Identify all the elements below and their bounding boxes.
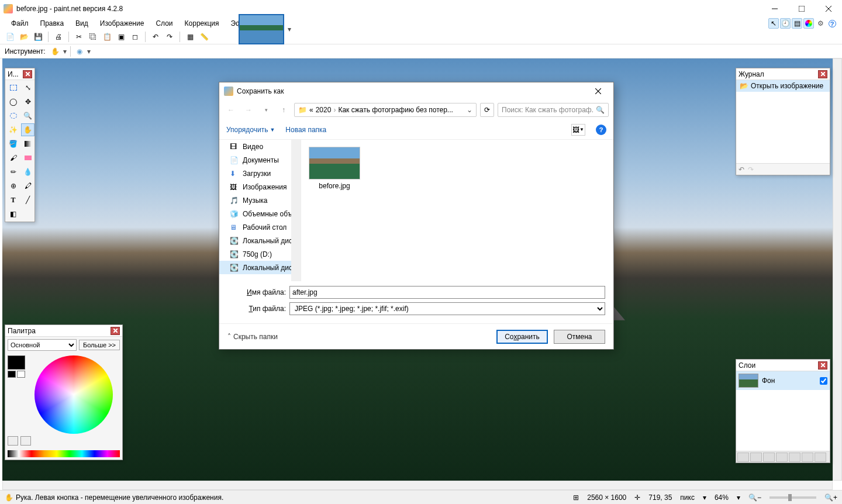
menu-edit[interactable]: Правка xyxy=(35,18,70,29)
zoom-out-icon[interactable]: 🔍− xyxy=(748,493,761,502)
copy-icon[interactable]: ⿻ xyxy=(88,32,98,42)
palette-mode-select[interactable]: Основной xyxy=(8,339,77,351)
breadcrumb-1[interactable]: 2020 xyxy=(316,106,332,114)
new-folder-button[interactable]: Новая папка xyxy=(285,126,326,134)
chevron-down-icon[interactable]: ▾ xyxy=(63,47,67,56)
tool-gradient[interactable] xyxy=(21,137,34,150)
filetype-select[interactable]: JPEG (*.jpg; *.jpeg; *.jpe; *.jfif; *.ex… xyxy=(289,302,605,315)
breadcrumb-prefix[interactable]: « xyxy=(309,106,313,114)
file-item[interactable]: before.jpg xyxy=(308,147,361,190)
settings-button[interactable]: ⚙ xyxy=(815,18,826,29)
organize-button[interactable]: Упорядочить ▼ xyxy=(226,126,275,134)
breadcrumb-2[interactable]: Как сжать фотографию без потер... xyxy=(338,106,453,114)
tool-zoom[interactable]: 🔍 xyxy=(21,109,34,122)
dialog-file-list[interactable]: before.jpg xyxy=(301,140,613,281)
layer-mode-icon[interactable]: ◉ xyxy=(74,46,85,57)
swap-white-swatch[interactable] xyxy=(17,371,25,378)
palette-more-button[interactable]: Больше >> xyxy=(79,340,120,350)
tool-ellipse-select[interactable] xyxy=(6,109,20,122)
sidebar-item-downloads[interactable]: ⬇Загрузки xyxy=(219,167,301,180)
layer-delete-button[interactable] xyxy=(750,453,762,462)
tool-text[interactable]: T xyxy=(6,194,20,206)
redo-icon[interactable]: ↷ xyxy=(748,165,754,174)
sidebar-item-localdisk-c[interactable]: 💽Локальный дис xyxy=(219,234,301,247)
tool-shapes[interactable]: ◧ xyxy=(6,208,20,220)
tool-wand[interactable]: ✨ xyxy=(6,123,20,136)
vertical-scrollbar[interactable] xyxy=(833,58,842,481)
tool-clone[interactable]: ⊕ xyxy=(6,179,20,192)
sidebar-item-pictures[interactable]: 🖼Изображения xyxy=(219,180,301,194)
tool-picker[interactable]: 💧 xyxy=(21,165,34,178)
chevron-down-icon[interactable]: ▾ xyxy=(737,493,740,502)
tools-close-button[interactable] xyxy=(23,70,32,78)
panel-toggle-layers[interactable]: ▤ xyxy=(792,18,802,29)
ruler-icon[interactable]: 📏 xyxy=(199,32,209,42)
deselect-icon[interactable]: ◻ xyxy=(130,32,140,42)
status-unit[interactable]: пикс xyxy=(680,493,695,502)
sidebar-item-localdisk[interactable]: 💽Локальный дис xyxy=(219,261,301,274)
document-thumbnail[interactable]: ▾ xyxy=(239,14,284,44)
nav-recent-button[interactable]: ▾ xyxy=(259,103,273,117)
layer-props-button[interactable] xyxy=(815,453,826,462)
nav-up-button[interactable]: ↑ xyxy=(277,103,291,117)
tool-pan[interactable]: ✋ xyxy=(21,123,34,136)
menu-file[interactable]: Файл xyxy=(6,18,34,29)
menu-image[interactable]: Изображение xyxy=(95,18,150,29)
layer-row[interactable]: Фон xyxy=(736,371,830,390)
panel-toggle-colors[interactable] xyxy=(803,18,814,29)
undo-icon[interactable]: ↶ xyxy=(739,165,744,174)
hand-tool-icon[interactable]: ✋ xyxy=(50,46,61,57)
sidebar-item-music[interactable]: 🎵Музыка xyxy=(219,194,301,207)
save-icon[interactable]: 💾 xyxy=(33,32,43,42)
layer-duplicate-button[interactable] xyxy=(763,453,775,462)
tool-line[interactable]: ╱ xyxy=(21,194,34,206)
nav-search-box[interactable]: Поиск: Как сжать фотограф... 🔍 xyxy=(498,103,609,117)
print-icon[interactable]: 🖨 xyxy=(53,32,64,42)
view-mode-button[interactable]: 🖼 ▼ xyxy=(571,124,585,136)
palette-manage-button[interactable] xyxy=(20,436,31,446)
panel-toggle-tools[interactable]: ↖ xyxy=(768,18,779,29)
tool-rect-select[interactable] xyxy=(6,81,20,94)
minimize-button[interactable] xyxy=(761,0,788,18)
tool-move-select[interactable]: ⤡ xyxy=(21,81,34,94)
layer-down-button[interactable] xyxy=(802,453,813,462)
hide-folders-button[interactable]: ˄ Скрыть папки xyxy=(227,333,278,341)
help-button[interactable]: ? xyxy=(827,18,837,29)
redo-icon[interactable]: ↷ xyxy=(164,32,175,42)
grid-icon[interactable]: ▦ xyxy=(185,32,195,42)
sidebar-item-videos[interactable]: 🎞Видео xyxy=(219,140,301,153)
zoom-in-icon[interactable]: 🔍+ xyxy=(824,493,837,502)
tool-recolor[interactable]: 🖍 xyxy=(21,179,34,192)
save-button[interactable]: Сохранить xyxy=(496,330,548,344)
dialog-close-button[interactable] xyxy=(588,84,609,98)
palette-close-button[interactable] xyxy=(111,327,120,335)
tool-pencil[interactable]: ✏ xyxy=(6,165,20,178)
palette-add-button[interactable] xyxy=(8,436,18,446)
undo-icon[interactable]: ↶ xyxy=(150,32,161,42)
tool-move[interactable]: ✥ xyxy=(21,95,34,108)
menu-layers[interactable]: Слои xyxy=(150,18,178,29)
sidebar-scrollbar[interactable] xyxy=(291,140,301,281)
layer-merge-button[interactable] xyxy=(776,453,788,462)
chevron-down-icon[interactable]: ⌄ xyxy=(467,106,472,114)
zoom-slider[interactable] xyxy=(769,496,816,499)
chevron-down-icon[interactable]: ▾ xyxy=(703,493,706,502)
tool-brush[interactable]: 🖌 xyxy=(6,151,20,164)
layer-visible-checkbox[interactable] xyxy=(820,377,827,385)
nav-back-button[interactable]: ← xyxy=(224,103,238,117)
new-icon[interactable]: 📄 xyxy=(5,32,15,42)
open-icon[interactable]: 📂 xyxy=(19,32,29,42)
nav-refresh-button[interactable]: ⟳ xyxy=(480,103,494,117)
crop-icon[interactable]: ▣ xyxy=(116,32,126,42)
layers-close-button[interactable] xyxy=(818,361,827,370)
tool-fill[interactable]: 🪣 xyxy=(6,137,20,150)
horizontal-scrollbar[interactable] xyxy=(2,481,833,490)
tool-lasso[interactable]: ◯ xyxy=(6,95,20,108)
history-item[interactable]: 📂 Открыть изображение xyxy=(736,80,830,92)
palette-strip[interactable] xyxy=(8,450,120,457)
maximize-button[interactable] xyxy=(788,0,815,18)
panel-toggle-history[interactable]: 🕘 xyxy=(780,18,791,29)
sidebar-item-desktop[interactable]: 🖥Рабочий стол xyxy=(219,220,301,234)
nav-forward-button[interactable]: → xyxy=(241,103,256,117)
layer-add-button[interactable] xyxy=(737,453,749,462)
